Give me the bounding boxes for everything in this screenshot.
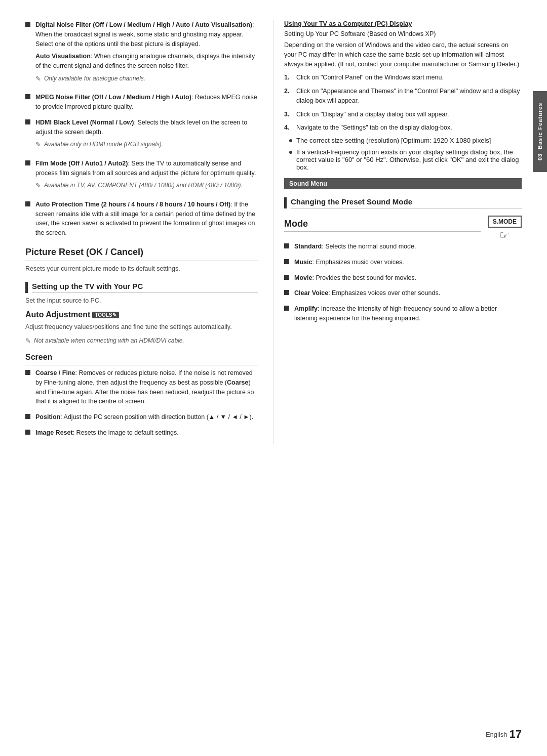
page-container: 03 Basic Features Digital Noise Filter (… [0,0,547,756]
bullet-auto-protection: Auto Protection Time (2 hours / 4 hours … [25,200,258,238]
note-text: Only available for analogue channels. [44,74,145,83]
picture-reset-desc: Resets your current picture mode to its … [25,264,258,274]
dot-frequency-text: If a vertical-frequency option exists on… [296,148,522,171]
using-pc-intro: Setting Up Your PC Software (Based on Wi… [284,30,522,37]
bullet-music: Music: Emphasizes music over voices. [284,258,522,267]
bullet-icon [284,243,289,248]
black-bar-icon [25,282,28,293]
auto-adjustment-note: Not available when connecting with an HD… [34,337,184,344]
right-column: Using Your TV as a Computer (PC) Display… [274,20,522,444]
bullet-amplify-text: Amplify: Increase the intensity of high-… [294,304,522,323]
sound-menu-bar: Sound Menu [284,178,522,189]
dot-icon [289,151,292,154]
bullet-hdmi-text: HDMI Black Level (Normal / Low): Selects… [35,118,258,153]
bullet-icon [25,370,30,375]
bullet-standard: Standard: Selects the normal sound mode. [284,242,522,251]
note-text: Available only in HDMI mode (RGB signals… [44,140,163,149]
mode-title: Mode [284,219,481,232]
bullet-film-text: Film Mode (Off / Auto1 / Auto2): Sets th… [35,159,258,194]
step-number: 1. [284,73,292,82]
picture-reset-title: Picture Reset (OK / Cancel) [25,247,258,261]
bullet-icon [25,119,30,124]
setting-up-desc: Set the input source to PC. [25,296,258,306]
bullet-movie: Movie: Provides the best sound for movie… [284,273,522,283]
bullet-clear-voice-text: Clear Voice: Emphasizes voices over othe… [294,288,440,298]
chapter-tab: 03 Basic Features [533,91,547,172]
step-number: 3. [284,110,292,119]
bullet-clear-voice: Clear Voice: Emphasizes voices over othe… [284,288,522,298]
bullet-digital-noise: Digital Noise Filter (Off / Low / Medium… [25,20,258,87]
footer-page-number: 17 [510,728,522,741]
note-icon: ✎ [25,337,31,345]
note-icon: ✎ [35,181,41,191]
bullet-icon [25,22,30,27]
sound-menu-text: Sound Menu [289,180,327,187]
bullet-mpeg-text: MPEG Noise Filter (Off / Low / Medium / … [35,93,258,112]
hand-icon: ☞ [488,229,522,242]
setting-up-title: Setting up the TV with Your PC [32,282,258,293]
bullet-digital-noise-text: Digital Noise Filter (Off / Low / Medium… [35,20,258,87]
tools-badge: TOOLS✎ [92,312,119,318]
note-icon: ✎ [35,74,41,84]
changing-preset-title: Changing the Preset Sound Mode [291,197,522,208]
mode-section: Mode S.MODE ☞ Standard: Selects the norm… [284,214,522,323]
step-text: Navigate to the "Settings" tab on the di… [296,123,452,133]
note-text: Available in TV, AV, COMPONENT (480i / 1… [44,181,243,190]
bullet-icon [25,94,30,99]
bullet-auto-protection-text: Auto Protection Time (2 hours / 4 hours … [35,200,258,238]
auto-adjustment-section: Auto Adjustment TOOLS✎ Adjust frequency … [25,310,258,345]
using-pc-section: Using Your TV as a Computer (PC) Display… [284,20,522,171]
changing-preset-header: Changing the Preset Sound Mode [284,197,522,208]
bullet-coarse-fine: Coarse / Fine: Removes or reduces pictur… [25,368,258,406]
bullet-icon [25,160,30,165]
footer-language: English [486,731,507,738]
step-4: 4. Navigate to the "Settings" tab on the… [284,123,522,133]
bullet-icon [25,430,30,435]
bullet-icon [284,290,289,295]
bullet-coarse-text: Coarse / Fine: Removes or reduces pictur… [35,368,258,406]
bullet-music-text: Music: Emphasizes music over voices. [294,258,404,267]
step-text: Click on "Display" and a display dialog … [296,110,449,119]
mode-header-row: Mode S.MODE ☞ [284,214,522,242]
bullet-amplify: Amplify: Increase the intensity of high-… [284,304,522,323]
bullet-icon [284,275,289,280]
screen-title: Screen [25,353,258,365]
chapter-label: Basic Features [537,103,543,149]
note-icon: ✎ [35,140,41,150]
setting-up-header: Setting up the TV with Your PC [25,282,258,293]
auto-adjustment-desc: Adjust frequency values/positions and fi… [25,322,258,332]
bullet-icon [284,259,289,264]
smode-badge-area: S.MODE ☞ [488,216,522,242]
bullet-icon [284,306,289,311]
step-text: Click on "Appearance and Themes" in the … [296,87,522,106]
bullet-mpeg-noise: MPEG Noise Filter (Off / Low / Medium / … [25,93,258,112]
dot-resolution-text: The correct size setting (resolution) [O… [296,137,491,144]
bullet-position: Position: Adjust the PC screen position … [25,412,258,422]
auto-adjustment-title: Auto Adjustment [25,310,90,319]
using-pc-title: Using Your TV as a Computer (PC) Display [284,20,522,27]
footer: English 17 [486,728,522,741]
dot-icon [289,139,292,142]
step-number: 2. [284,87,292,96]
changing-preset-section: Changing the Preset Sound Mode [284,197,522,208]
bullet-hdmi-black: HDMI Black Level (Normal / Low): Selects… [25,118,258,153]
bullet-icon [25,414,30,419]
step-2: 2. Click on "Appearance and Themes" in t… [284,87,522,106]
step-number: 4. [284,123,292,133]
using-pc-steps: 1. Click on "Control Panel" on the Windo… [284,73,522,133]
dot-frequency: If a vertical-frequency option exists on… [284,148,522,171]
bullet-image-reset: Image Reset: Resets the image to default… [25,428,258,438]
bullet-film-mode: Film Mode (Off / Auto1 / Auto2): Sets th… [25,159,258,194]
bullet-position-text: Position: Adjust the PC screen position … [35,412,253,422]
bullet-standard-text: Standard: Selects the normal sound mode. [294,242,416,251]
bullet-movie-text: Movie: Provides the best sound for movie… [294,273,416,283]
left-column: Digital Noise Filter (Off / Low / Medium… [25,20,274,444]
chapter-number: 03 [537,153,543,160]
smode-badge: S.MODE [488,216,522,228]
step-text: Click on "Control Panel" on the Windows … [296,73,444,82]
setting-up-tv-bar: Setting up the TV with Your PC Set the i… [25,282,258,306]
using-pc-desc: Depending on the version of Windows and … [284,40,522,69]
step-1: 1. Click on "Control Panel" on the Windo… [284,73,522,82]
dot-resolution: The correct size setting (resolution) [O… [284,137,522,144]
bullet-icon [25,201,30,206]
